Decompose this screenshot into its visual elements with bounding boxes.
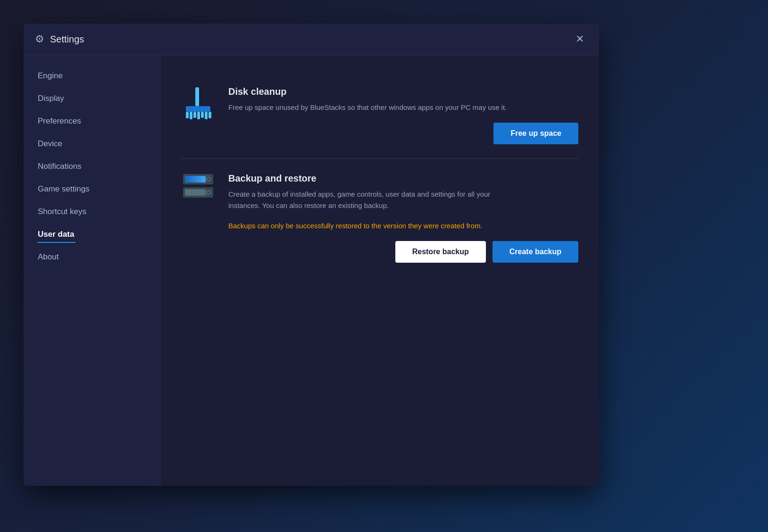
disk-cleanup-icon-container (181, 86, 215, 120)
sidebar-item-about[interactable]: About (24, 246, 160, 268)
svg-rect-11 (185, 176, 206, 183)
sidebar: Engine Display Preferences Device Notifi… (24, 55, 160, 486)
sidebar-item-game-settings[interactable]: Game settings (24, 178, 160, 200)
backup-restore-title: Backup and restore (228, 173, 578, 184)
sidebar-label-engine: Engine (38, 71, 63, 80)
backup-restore-content: Backup and restore Create a backup of in… (228, 173, 578, 263)
svg-rect-2 (186, 112, 189, 118)
svg-rect-7 (205, 112, 208, 119)
backup-restore-icon (182, 173, 214, 203)
disk-cleanup-section: Disk cleanup Free up space unused by Blu… (181, 72, 578, 158)
svg-rect-15 (185, 189, 206, 196)
sidebar-label-device: Device (38, 139, 62, 148)
disk-cleanup-inner: Disk cleanup Free up space unused by Blu… (181, 72, 578, 158)
restore-backup-button[interactable]: Restore backup (395, 241, 486, 263)
sidebar-item-user-data[interactable]: User data (24, 223, 160, 246)
disk-cleanup-icon (182, 86, 214, 120)
svg-point-17 (207, 191, 210, 194)
sidebar-label-display: Display (38, 94, 64, 103)
svg-rect-4 (193, 112, 196, 118)
backup-restore-actions: Restore backup Create backup (228, 241, 578, 263)
svg-rect-3 (190, 112, 192, 119)
backup-warning: Backups can only be successfully restore… (228, 221, 578, 232)
disk-cleanup-content: Disk cleanup Free up space unused by Blu… (228, 86, 578, 144)
settings-icon: ⚙ (35, 33, 44, 45)
sidebar-item-preferences[interactable]: Preferences (24, 110, 160, 133)
sidebar-item-shortcut-keys[interactable]: Shortcut keys (24, 200, 160, 223)
sidebar-label-about: About (38, 252, 58, 261)
dialog-title: Settings (50, 34, 84, 45)
sidebar-label-shortcut-keys: Shortcut keys (38, 207, 86, 216)
disk-cleanup-title: Disk cleanup (228, 86, 578, 97)
close-button[interactable]: ✕ (572, 32, 588, 46)
backup-icon-container (181, 173, 215, 203)
create-backup-button[interactable]: Create backup (493, 241, 578, 263)
sidebar-label-preferences: Preferences (38, 116, 81, 125)
svg-rect-1 (186, 106, 210, 112)
svg-point-13 (207, 178, 210, 181)
backup-restore-inner: Backup and restore Create a backup of in… (181, 159, 578, 277)
free-up-space-button[interactable]: Free up space (493, 123, 578, 144)
sidebar-item-engine[interactable]: Engine (24, 65, 160, 87)
svg-rect-5 (197, 112, 200, 119)
backup-restore-section: Backup and restore Create a backup of in… (181, 159, 578, 277)
svg-rect-6 (201, 112, 204, 118)
main-content: Disk cleanup Free up space unused by Blu… (160, 55, 599, 486)
sidebar-label-game-settings: Game settings (38, 184, 90, 193)
sidebar-item-device[interactable]: Device (24, 133, 160, 155)
disk-cleanup-actions: Free up space (228, 123, 578, 144)
title-left: ⚙ Settings (35, 33, 84, 45)
title-bar: ⚙ Settings ✕ (24, 24, 599, 55)
sidebar-label-user-data: User data (38, 230, 74, 239)
backup-restore-desc: Create a backup of installed apps, game … (228, 189, 521, 211)
settings-dialog: ⚙ Settings ✕ Engine Display Preferences … (24, 24, 599, 486)
svg-rect-0 (195, 87, 199, 106)
sidebar-item-display[interactable]: Display (24, 87, 160, 110)
disk-cleanup-desc: Free up space unused by BlueStacks so th… (228, 102, 521, 113)
sidebar-label-notifications: Notifications (38, 162, 82, 171)
svg-rect-8 (209, 112, 211, 118)
sidebar-item-notifications[interactable]: Notifications (24, 155, 160, 178)
dialog-body: Engine Display Preferences Device Notifi… (24, 55, 599, 486)
